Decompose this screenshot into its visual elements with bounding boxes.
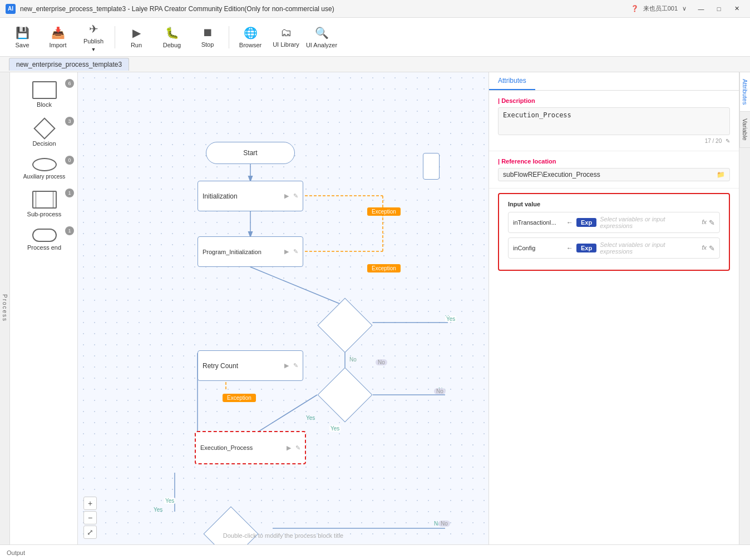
retry-count-node[interactable]: Retry Count ▶ ✎ — [198, 350, 303, 381]
input-value-section: Input value inTransactionI... ← Exp Sele… — [498, 193, 730, 271]
stop-icon: ⏹ — [202, 26, 213, 39]
reference-location-section: Reference location subFlowREF\Execution_… — [489, 151, 739, 189]
stop-button[interactable]: ⏹ Stop — [191, 21, 224, 54]
start-rect[interactable]: Start — [206, 142, 295, 164]
arrow-2: ← — [566, 244, 573, 252]
exp-button-2[interactable]: Exp — [576, 244, 596, 252]
maximize-button[interactable]: □ — [711, 3, 727, 14]
subprocess-shape — [32, 191, 57, 209]
input-placeholder-2[interactable]: Select variables or input expressions — [600, 241, 698, 255]
first-run-node[interactable]: FirstRun? — [325, 306, 364, 345]
input-actions-1: fx ✎ — [702, 219, 715, 227]
init-node[interactable]: Initialization ▶ ✎ — [198, 181, 303, 211]
execution-process-rect[interactable]: Execution_Process ▶ ✎ — [195, 431, 306, 464]
help-icon[interactable]: ❓ — [631, 5, 639, 12]
fx-icon-1[interactable]: fx — [702, 219, 707, 227]
bottom-bar: Output — [0, 544, 750, 560]
sidebar-item-decision[interactable]: 3 Decision — [13, 116, 75, 150]
yes2-label: Yes — [306, 415, 315, 421]
toolbar-separator-2 — [229, 26, 229, 48]
window-controls: — □ ✕ — [693, 3, 744, 14]
auxiliary-badge: 0 — [65, 156, 74, 165]
close-button[interactable]: ✕ — [729, 3, 744, 14]
zoom-in-button[interactable]: + — [83, 497, 97, 510]
publish-button[interactable]: ✈ Publish ▼ — [77, 21, 110, 54]
run-button[interactable]: ▶ Run — [120, 21, 153, 54]
panel-header: Attributes — [489, 72, 739, 91]
toolbar: 💾 Save 📥 Import ✈ Publish ▼ ▶ Run 🐛 Debu… — [0, 18, 750, 57]
start-node[interactable]: Start — [206, 142, 295, 164]
init-edit-icon[interactable]: ✎ — [293, 192, 298, 200]
retry-count-run-icon[interactable]: ▶ — [284, 362, 289, 369]
ref-location-title: Reference location — [498, 158, 730, 165]
exec-run-icon[interactable]: ▶ — [287, 444, 291, 452]
right-panel-wrapper: Attributes Description 17 / 20 ✎ Referen… — [489, 72, 750, 544]
decision-badge: 3 — [65, 117, 74, 126]
exec-edit-icon[interactable]: ✎ — [295, 444, 300, 452]
zoom-out-button[interactable]: − — [83, 511, 97, 524]
retry-count-rect[interactable]: Retry Count ▶ ✎ — [198, 350, 303, 381]
yes-label-1: Yes — [445, 316, 456, 322]
ref-folder-icon[interactable]: 📁 — [717, 171, 725, 179]
user-name[interactable]: 来也员工001 — [643, 4, 678, 13]
save-button[interactable]: 💾 Save — [6, 21, 39, 54]
save-icon: 💾 — [16, 26, 29, 39]
decision-label: Decision — [32, 140, 56, 147]
retry-node[interactable]: Retry? — [325, 375, 364, 414]
retry-count-edit-icon[interactable]: ✎ — [293, 362, 298, 369]
retry-diamond[interactable] — [318, 368, 373, 423]
vert-tab-attributes[interactable]: Attributes — [739, 72, 750, 112]
sidebar-item-block[interactable]: 6 Block — [13, 78, 75, 111]
processend-badge: 1 — [65, 226, 74, 235]
run-icon: ▶ — [132, 26, 141, 39]
ui-analyzer-icon: 🔍 — [315, 26, 329, 39]
attributes-tab[interactable]: Attributes — [489, 72, 535, 90]
import-button[interactable]: 📥 Import — [41, 21, 75, 54]
placeholder-rect — [423, 153, 440, 180]
ui-library-button[interactable]: 🗂 UI Library — [269, 21, 303, 54]
zoom-controls: + − ⤢ — [83, 497, 97, 539]
init-rect[interactable]: Initialization ▶ ✎ — [198, 181, 303, 211]
sidebar-items: 6 Block 3 Decision 0 Auxiliary process 1… — [0, 72, 77, 260]
browser-button[interactable]: 🌐 Browser — [234, 21, 267, 54]
yes-label-3: Yes — [164, 498, 175, 504]
minimize-button[interactable]: — — [693, 3, 709, 14]
program-init-edit-icon[interactable]: ✎ — [293, 248, 298, 255]
zoom-fit-button[interactable]: ⤢ — [83, 526, 97, 539]
desc-edit-icon[interactable]: ✎ — [726, 138, 730, 144]
no-label-3: No — [438, 521, 450, 527]
input-placeholder-1[interactable]: Select variables or input expressions — [600, 216, 698, 229]
yes3-label: Yes — [154, 507, 162, 513]
program-init-label: Program_Initialization — [203, 249, 261, 255]
vert-tab-variable[interactable]: Variable — [739, 112, 750, 148]
sidebar-item-subprocess[interactable]: 1 Sub-process — [13, 187, 75, 221]
canvas-hint: Double-click to modify the process block… — [223, 532, 343, 539]
no1-label: No — [349, 356, 357, 363]
have-data-node[interactable]: HaveData? — [211, 514, 250, 544]
init-run-icon[interactable]: ▶ — [284, 192, 289, 200]
app-icon: AI — [6, 4, 16, 14]
input-row-1: inTransactionI... ← Exp Select variables… — [508, 212, 720, 233]
description-input[interactable] — [498, 107, 730, 135]
canvas-area[interactable]: Yes No No Yes Yes No — [78, 72, 489, 544]
publish-icon: ✈ — [89, 22, 98, 36]
edit-icon-1[interactable]: ✎ — [709, 219, 715, 227]
block-label: Block — [37, 101, 52, 108]
first-run-diamond[interactable] — [318, 298, 373, 353]
edit-icon-2[interactable]: ✎ — [709, 244, 715, 252]
ui-analyzer-button[interactable]: 🔍 UI Analyzer — [305, 21, 338, 54]
subprocess-label: Sub-process — [27, 211, 62, 217]
exp-button-1[interactable]: Exp — [576, 218, 596, 227]
fx-icon-2[interactable]: fx — [702, 244, 707, 252]
debug-button[interactable]: 🐛 Debug — [155, 21, 189, 54]
program-init-node[interactable]: Program_Initialization ▶ ✎ — [198, 236, 303, 267]
sidebar-item-auxiliary[interactable]: 0 Auxiliary process — [13, 155, 75, 183]
output-label: Output — [7, 549, 25, 556]
program-init-run-icon[interactable]: ▶ — [284, 248, 289, 255]
execution-process-node[interactable]: Execution_Process ▶ ✎ — [195, 431, 306, 464]
sidebar-item-processend[interactable]: 1 Process end — [13, 225, 75, 254]
process-tab[interactable]: new_enterprise_process_template3 — [9, 58, 129, 71]
program-init-rect[interactable]: Program_Initialization ▶ ✎ — [198, 236, 303, 267]
auxiliary-label: Auxiliary process — [23, 174, 66, 180]
no-label-2: No — [434, 388, 446, 394]
